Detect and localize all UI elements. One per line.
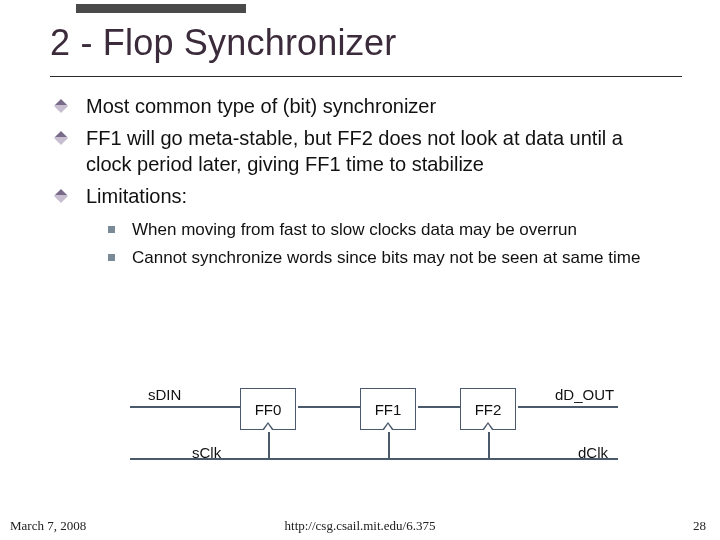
bullet-text: FF1 will go meta-stable, but FF2 does no…	[86, 127, 623, 175]
bullet-item: FF1 will go meta-stable, but FF2 does no…	[80, 125, 674, 177]
ff1-box: FF1	[360, 388, 416, 430]
bullet-item: Most common type of (bit) synchronizer	[80, 93, 674, 119]
sub-item: Cannot synchronize words since bits may …	[128, 247, 674, 269]
decor-bar	[76, 4, 246, 13]
clock-triangle-icon	[262, 422, 274, 430]
diamond-icon	[54, 189, 68, 203]
label-dclk: dClk	[578, 444, 608, 461]
label-sclk: sClk	[192, 444, 221, 461]
footer-page: 28	[693, 518, 706, 534]
bullet-text: Most common type of (bit) synchronizer	[86, 95, 436, 117]
ff2-label: FF2	[475, 401, 502, 418]
sub-list: When moving from fast to slow clocks dat…	[128, 219, 674, 270]
ff0-box: FF0	[240, 388, 296, 430]
footer-url: http://csg.csail.mit.edu/6.375	[0, 518, 720, 534]
slide: 2 - Flop Synchronizer Most common type o…	[0, 0, 720, 540]
diamond-icon	[54, 131, 68, 145]
clock-stub	[388, 432, 390, 458]
sub-text: When moving from fast to slow clocks dat…	[132, 220, 577, 239]
bullet-list: Most common type of (bit) synchronizer F…	[50, 93, 682, 270]
clock-stub	[488, 432, 490, 458]
sub-text: Cannot synchronize words since bits may …	[132, 248, 640, 267]
bullet-item: Limitations: When moving from fast to sl…	[80, 183, 674, 270]
label-dout: dD_OUT	[555, 386, 614, 403]
diamond-icon	[54, 99, 68, 113]
clock-triangle-icon	[482, 422, 494, 430]
wire	[298, 406, 360, 408]
clock-triangle-icon	[382, 422, 394, 430]
slide-title: 2 - Flop Synchronizer	[50, 22, 682, 64]
wire	[518, 406, 618, 408]
bullet-text: Limitations:	[86, 185, 187, 207]
clock-stub	[268, 432, 270, 458]
wire	[418, 406, 460, 408]
ff0-label: FF0	[255, 401, 282, 418]
sub-item: When moving from fast to slow clocks dat…	[128, 219, 674, 241]
square-icon	[108, 226, 115, 233]
title-underline	[50, 76, 682, 77]
ff1-label: FF1	[375, 401, 402, 418]
square-icon	[108, 254, 115, 261]
label-sdin: sDIN	[148, 386, 181, 403]
wire	[130, 406, 240, 408]
ff2-box: FF2	[460, 388, 516, 430]
circuit-diagram: sDIN FF0 FF1 FF2 dD_OUT sClk dClk	[130, 388, 650, 478]
